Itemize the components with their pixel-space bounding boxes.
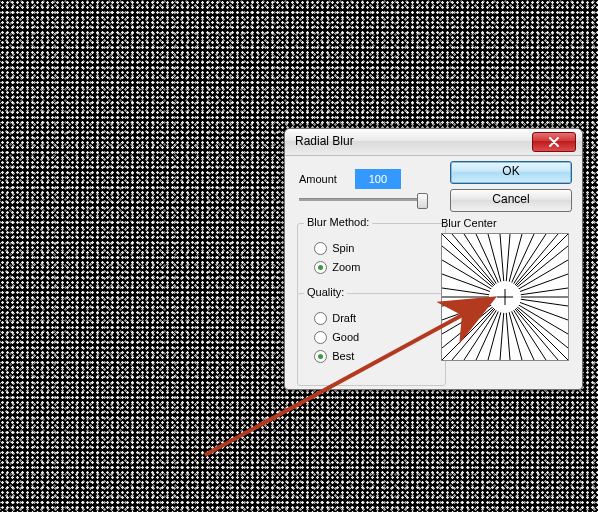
- radio-best[interactable]: Best: [314, 348, 436, 365]
- amount-input[interactable]: [355, 169, 401, 189]
- close-button[interactable]: [532, 132, 576, 152]
- document-canvas: Radial Blur Amount OK Cancel Blur Method…: [0, 0, 598, 512]
- quality-legend: Quality:: [304, 286, 347, 298]
- quality-group: Quality: Draft Good Best: [297, 293, 446, 386]
- titlebar[interactable]: Radial Blur: [285, 129, 582, 156]
- dialog-body: Amount OK Cancel Blur Method: Spin Zoom: [285, 155, 582, 389]
- amount-row: Amount: [299, 169, 401, 189]
- blur-center-preview[interactable]: [441, 233, 569, 361]
- close-icon: [548, 137, 560, 147]
- dialog-title: Radial Blur: [295, 134, 354, 148]
- radio-label: Good: [332, 331, 359, 343]
- radio-good[interactable]: Good: [314, 329, 436, 346]
- radio-label: Spin: [332, 242, 354, 254]
- ok-button[interactable]: OK: [450, 161, 572, 184]
- radio-label: Zoom: [332, 261, 360, 273]
- amount-label: Amount: [299, 173, 337, 185]
- radio-icon: [314, 261, 327, 274]
- radio-spin[interactable]: Spin: [314, 240, 436, 257]
- radio-icon: [314, 331, 327, 344]
- blur-center-label: Blur Center: [441, 217, 497, 229]
- radial-blur-dialog: Radial Blur Amount OK Cancel Blur Method…: [284, 128, 583, 390]
- radio-icon: [314, 312, 327, 325]
- blur-method-legend: Blur Method:: [304, 216, 372, 228]
- cancel-button[interactable]: Cancel: [450, 189, 572, 212]
- slider-track: [299, 198, 427, 201]
- zoom-preview-icon: [442, 234, 568, 360]
- radio-zoom[interactable]: Zoom: [314, 259, 436, 276]
- radio-label: Draft: [332, 312, 356, 324]
- radio-icon: [314, 350, 327, 363]
- slider-thumb[interactable]: [417, 193, 428, 209]
- amount-slider[interactable]: [299, 193, 427, 205]
- radio-label: Best: [332, 350, 354, 362]
- radio-draft[interactable]: Draft: [314, 310, 436, 327]
- radio-icon: [314, 242, 327, 255]
